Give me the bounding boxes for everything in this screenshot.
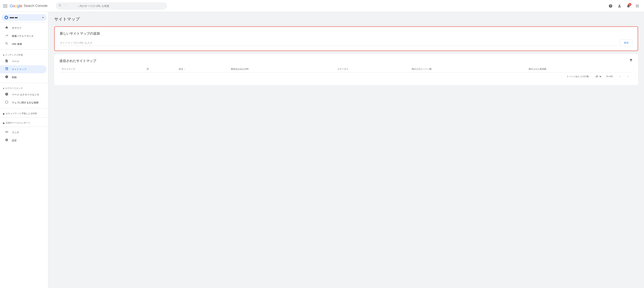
property-selector[interactable]: ■■■ ■■ ▾ [2, 14, 46, 21]
section-legacy-tools-chevron: ▶ [3, 121, 5, 124]
col-last-read: 最終読み込み日時 [228, 66, 335, 72]
sort-arrow-icon: ↓ [184, 68, 185, 70]
section-experience[interactable]: ▾ エクスペリエンス [0, 84, 48, 91]
section-index-label: インデックス作成 [5, 53, 23, 57]
add-sitemap-card: 新しいサイトマップの追加 送信 [54, 26, 638, 51]
rows-per-page-label: 1 ページあたりの行数: [567, 75, 590, 78]
sidebar: ■■■ ■■ ▾ サマリー 検索パフォーマンス [0, 12, 48, 288]
main-content: サイトマップ 新しいサイトマップの追加 送信 送信されたサイトマップ [48, 12, 644, 288]
sidebar-item-url-inspection[interactable]: URL 検査 [0, 40, 46, 48]
header: Google Search Console 2 [0, 0, 644, 12]
sidebar-item-label-url-inspection: URL 検査 [12, 42, 22, 46]
section-security-chevron: ▶ [3, 112, 5, 115]
property-dropdown-icon: ▾ [42, 16, 44, 19]
sidebar-item-label-search-performance: 検索パフォーマンス [12, 34, 34, 38]
section-legacy-tools[interactable]: ▶ 以前のツールとレポート [0, 119, 48, 125]
home-icon [4, 26, 9, 30]
filter-button[interactable] [629, 58, 633, 63]
sidebar-item-search-performance[interactable]: 検索パフォーマンス [0, 32, 46, 40]
col-sitemap: サイトマップ [60, 66, 144, 72]
sidebar-item-links[interactable]: リンク [0, 128, 46, 136]
removals-icon [4, 75, 9, 79]
header-right: 2 [607, 2, 641, 10]
pagination-prev-button[interactable] [617, 74, 622, 79]
links-icon [4, 130, 9, 134]
submit-button[interactable]: 送信 [620, 39, 632, 46]
property-icon [4, 16, 8, 19]
url-inspection-icon [4, 42, 9, 46]
sidebar-item-pages[interactable]: ページ [0, 57, 46, 65]
sidebar-divider-5 [0, 127, 48, 127]
sidebar-item-label-removals: 削除 [12, 76, 17, 79]
rows-per-page-select[interactable]: 10 25 50 [594, 75, 602, 78]
header-left: Google Search Console [3, 4, 51, 8]
help-button[interactable] [607, 2, 614, 10]
sitemaps-icon [4, 67, 9, 71]
section-legacy-tools-label: 以前のツールとレポート [6, 121, 30, 124]
sidebar-item-removals[interactable]: 削除 [0, 73, 46, 81]
apps-button[interactable] [634, 2, 641, 10]
col-videos-found: 検出された動画数 [526, 66, 633, 72]
sidebar-item-sitemaps[interactable]: サイトマップ [0, 65, 46, 73]
sidebar-item-settings[interactable]: 設定 [0, 136, 46, 144]
performance-icon [4, 34, 9, 38]
sidebar-item-label-pages: ページ [12, 60, 19, 63]
account-button[interactable] [616, 2, 623, 10]
section-experience-label: エクスペリエンス [5, 87, 23, 90]
notification-button[interactable]: 2 [625, 2, 632, 10]
google-logo: Google [10, 4, 22, 8]
web-vitals-icon [4, 100, 9, 105]
layout: ■■■ ■■ ▾ サマリー 検索パフォーマンス [0, 12, 644, 288]
sidebar-item-label-summary: サマリー [12, 26, 22, 30]
notification-badge: 2 [628, 3, 631, 6]
card-header-row: 送信されたサイトマップ [60, 58, 633, 63]
col-type: 型 [144, 66, 176, 72]
section-experience-chevron: ▾ [3, 87, 4, 90]
search-bar [56, 2, 167, 10]
sidebar-item-label-sitemaps: サイトマップ [12, 68, 26, 71]
menu-button[interactable] [3, 4, 8, 8]
sitemap-url-input[interactable] [60, 40, 617, 46]
sidebar-divider-4 [0, 117, 48, 118]
search-input[interactable] [56, 2, 167, 10]
svg-point-0 [6, 17, 7, 18]
search-icon [58, 4, 62, 8]
pagination-range: 0〜0/0 [606, 75, 613, 78]
app-title: Search Console [24, 4, 48, 8]
sidebar-item-summary[interactable]: サマリー [0, 24, 46, 32]
sidebar-divider-top [0, 22, 48, 23]
pages-icon [4, 59, 9, 63]
settings-icon [4, 138, 9, 142]
pagination-next-button[interactable] [626, 74, 631, 79]
sidebar-item-page-experience[interactable]: ページ エクスペリエンス [0, 91, 46, 99]
sitemaps-table: サイトマップ 型 送信 ↓ 最終読み込み日時 ステータス 検出されたページ数 検… [60, 66, 633, 72]
property-name: ■■■ ■■ [10, 16, 41, 19]
table-wrap: サイトマップ 型 送信 ↓ 最終読み込み日時 ステータス 検出されたページ数 検… [60, 66, 633, 72]
sidebar-item-label-page-experience: ページ エクスペリエンス [12, 93, 39, 96]
add-sitemap-title: 新しいサイトマップの追加 [60, 31, 632, 36]
sidebar-item-label-web-vitals: ウェブに関する主な指標 [12, 101, 38, 104]
sidebar-item-label-links: リンク [12, 131, 19, 134]
page-experience-icon [4, 92, 9, 97]
table-footer: 1 ページあたりの行数: 10 25 50 0〜0/0 [60, 72, 633, 81]
sidebar-item-label-settings: 設定 [12, 139, 17, 142]
submitted-sitemaps-card: 送信されたサイトマップ サイトマップ 型 送信 [54, 54, 638, 85]
sidebar-item-web-vitals[interactable]: ウェブに関する主な指標 [0, 99, 46, 107]
sitemap-input-row: 送信 [60, 39, 632, 46]
col-submitted[interactable]: 送信 ↓ [176, 66, 228, 72]
section-security-label: セキュリティと手動による対策 [6, 112, 37, 115]
submitted-sitemaps-title: 送信されたサイトマップ [60, 59, 96, 63]
logo: Google Search Console [10, 4, 48, 8]
col-pages-found: 検出されたページ数 [410, 66, 526, 72]
table-header: サイトマップ 型 送信 ↓ 最終読み込み日時 ステータス 検出されたページ数 検… [60, 66, 633, 72]
section-index[interactable]: ▾ インデックス作成 [0, 51, 48, 57]
section-index-chevron: ▾ [3, 54, 4, 57]
col-status: ステータス [335, 66, 410, 72]
section-security[interactable]: ▶ セキュリティと手動による対策 [0, 110, 48, 116]
page-title: サイトマップ [54, 16, 638, 22]
